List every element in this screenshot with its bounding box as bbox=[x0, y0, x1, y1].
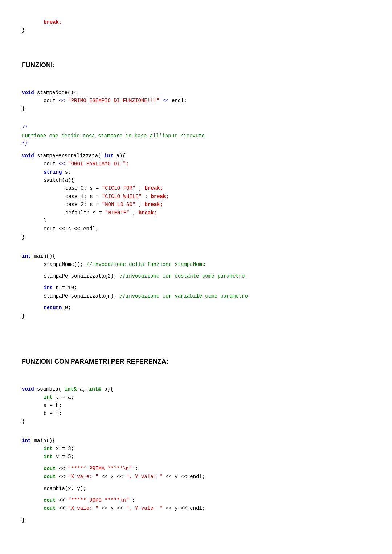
int-keyword-y: int bbox=[44, 454, 53, 460]
scambia-call: scambia(x, y); bbox=[44, 486, 86, 492]
main-close-1: } bbox=[22, 312, 370, 320]
cout-prima-1: << bbox=[59, 466, 68, 472]
comment-block: /* Funzione che decide cosa stampare in … bbox=[22, 124, 370, 148]
void-keyword-1: void bbox=[22, 90, 34, 96]
string-keyword: string bbox=[44, 169, 62, 175]
string-yvale: ", Y vale: " bbox=[126, 474, 163, 480]
stream-op-3: << bbox=[59, 161, 68, 167]
comment-invoc-3: //invocazione con variabile come paramet… bbox=[120, 293, 248, 299]
cout-xvale2-3: << y << endl; bbox=[166, 505, 205, 511]
default-case: default: s = bbox=[65, 210, 105, 216]
string-xvale2: "X vale: " bbox=[68, 505, 98, 511]
y-decl: y = 5; bbox=[56, 454, 74, 460]
cout-dopo-kw: cout bbox=[44, 497, 56, 503]
string-xvale: "X vale: " bbox=[68, 474, 98, 480]
string-ciclowhile: "CICLO WHILE" bbox=[102, 194, 142, 199]
scambia-sig-3: b){ bbox=[104, 386, 113, 392]
case1-end: ; bbox=[144, 194, 151, 199]
switch-close: } bbox=[44, 218, 46, 224]
cout-dopo-end: ; bbox=[132, 497, 135, 503]
break-case0: break; bbox=[144, 185, 163, 191]
comment-end: */ bbox=[22, 141, 28, 147]
case2: case 2: s = bbox=[65, 202, 102, 207]
main-function-1: int main(){ stampaNome(); //invocazione … bbox=[22, 252, 370, 320]
int-keyword-param: int bbox=[104, 153, 113, 159]
closing-brace-2: } bbox=[22, 105, 370, 113]
string-oggi: "OGGI PARLIAMO DI "; bbox=[68, 161, 129, 167]
endl-1: endl; bbox=[172, 98, 187, 104]
cout-xvale2: << bbox=[59, 505, 68, 511]
scambia-close: } bbox=[22, 417, 370, 425]
top-snippet: break; } bbox=[22, 18, 370, 35]
string-dopo: "***** DOPO *****\n" bbox=[68, 497, 129, 503]
string-nonloso: "NON LO SO" bbox=[102, 202, 135, 207]
comment-invoc-1: //invocazione della funzione stampaNome bbox=[86, 262, 205, 267]
break-keyword: break; bbox=[44, 19, 62, 25]
comment-line-1: Funzione che decide cosa stampare in bas… bbox=[22, 133, 205, 139]
intref-keyword-a: int& bbox=[65, 386, 77, 392]
t-decl: t = a; bbox=[56, 394, 74, 400]
scambia-function: void scambia( int& a, int& b){ int t = a… bbox=[22, 385, 370, 426]
stream-op-2: << bbox=[163, 98, 172, 104]
break-case1: break; bbox=[151, 194, 169, 199]
funzioni-parametri-heading: FUNZIONI CON PARAMETRI PER REFERENZA: bbox=[22, 356, 370, 367]
a-assign: a = b; bbox=[44, 403, 62, 408]
scambia-sig-2: a, bbox=[80, 386, 89, 392]
stampa-close: } bbox=[22, 233, 370, 241]
intref-keyword-b: int& bbox=[89, 386, 101, 392]
default-end: ; bbox=[132, 210, 139, 216]
cout-prima-end: ; bbox=[135, 466, 138, 472]
string-ciclofor: "CICLO FOR" bbox=[102, 185, 135, 191]
void-keyword-2: void bbox=[22, 153, 34, 159]
stampa-sig-1: stampaPersonalizzata( bbox=[37, 153, 101, 159]
cout-prima-kw: cout bbox=[44, 466, 56, 472]
case1: case 1: s = bbox=[65, 194, 102, 199]
int-keyword-x: int bbox=[44, 446, 53, 452]
cout-1: cout bbox=[44, 98, 59, 104]
cout-xvale-2: << x << bbox=[102, 474, 126, 480]
n-decl: n = 10; bbox=[56, 285, 77, 291]
case2-end: ; bbox=[139, 202, 145, 207]
main-close-2: } bbox=[22, 516, 370, 524]
stampa2-call: stampaPersonalizzata(2); bbox=[44, 273, 120, 279]
comment-invoc-2: //invocazione con costante come parametr… bbox=[120, 273, 245, 279]
stampa-n-call: stampaPersonalizzata(n); bbox=[44, 293, 120, 299]
int-keyword-n: int bbox=[44, 285, 53, 291]
stampapersonalizzata-function: void stampaPersonalizzata( int a){ cout … bbox=[22, 152, 370, 241]
cout-s: cout << s << endl; bbox=[44, 226, 98, 232]
return-keyword-1: return bbox=[44, 305, 62, 311]
cout-xvale: << bbox=[59, 474, 68, 480]
int-keyword-main2: int bbox=[22, 438, 31, 444]
string-yvale2: ", Y vale: " bbox=[126, 505, 163, 511]
stampanome-function: void stampaNome(){ cout << "PRIMO ESEMPI… bbox=[22, 89, 370, 113]
x-decl: x = 3; bbox=[56, 446, 74, 452]
string-niente: "NIENTE" bbox=[105, 210, 129, 216]
stampanome-signature: stampaNome(){ bbox=[37, 90, 77, 96]
break-case2: break; bbox=[144, 202, 163, 207]
switch-stmt: switch(a){ bbox=[44, 177, 74, 183]
stream-op-1: << bbox=[59, 98, 68, 104]
cout-xvale-3: << y << endl; bbox=[166, 474, 205, 480]
main-sig-1: main(){ bbox=[34, 253, 56, 259]
return-0-1: 0; bbox=[65, 305, 71, 311]
string-primo-esempio: "PRIMO ESEMPIO DI FUNZIONE!!!" bbox=[68, 98, 159, 104]
cout-xvale-kw: cout bbox=[44, 474, 56, 480]
main-sig-2: main(){ bbox=[34, 438, 56, 444]
case0: case 0: s = bbox=[65, 185, 102, 191]
cout-2: cout bbox=[44, 161, 59, 167]
scambia-sig-1: scambia( bbox=[37, 386, 61, 392]
break-default: break; bbox=[139, 210, 157, 216]
stampa-sig-2: a){ bbox=[116, 153, 125, 159]
closing-brace-1: } bbox=[22, 26, 370, 34]
stampanome-call: stampaNome(); bbox=[44, 262, 86, 267]
int-keyword-t: int bbox=[44, 394, 53, 400]
string-s-decl: s; bbox=[65, 169, 71, 175]
main-function-2: int main(){ int x = 3; int y = 5; cout <… bbox=[22, 437, 370, 525]
int-keyword-main1: int bbox=[22, 253, 31, 259]
funzioni-heading: FUNZIONI: bbox=[22, 60, 370, 70]
cout-xvale2-kw: cout bbox=[44, 505, 56, 511]
comment-start: /* bbox=[22, 125, 28, 131]
void-keyword-scambia: void bbox=[22, 386, 34, 392]
cout-xvale2-2: << x << bbox=[102, 505, 126, 511]
case0-end: ; bbox=[139, 185, 145, 191]
